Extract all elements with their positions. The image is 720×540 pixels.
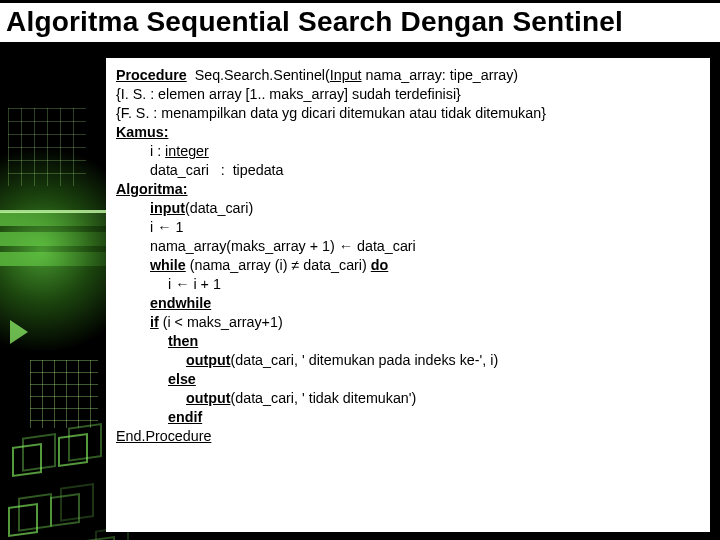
code-line: Kamus: <box>116 123 700 142</box>
slide-title-bar: Algoritma Sequential Search Dengan Senti… <box>0 0 720 45</box>
code-line: End.Procedure <box>116 427 700 446</box>
cube-icon <box>12 443 42 477</box>
grid-pattern <box>30 360 98 428</box>
code-line: Algoritma: <box>116 180 700 199</box>
code-line: else <box>116 370 700 389</box>
code-line: nama_array(maks_array + 1) ← data_cari <box>116 237 700 256</box>
decor-bar <box>0 252 120 266</box>
code-line: endif <box>116 408 700 427</box>
code-line: while (nama_array (i) ≠ data_cari) do <box>116 256 700 275</box>
code-line: i : integer <box>116 142 700 161</box>
code-line: i ← 1 <box>116 218 700 237</box>
pseudocode-panel: Procedure Seq.Search.Sentinel(Input nama… <box>106 58 710 532</box>
decor-bar <box>0 232 120 246</box>
background-decoration <box>0 40 120 540</box>
cube-icon <box>58 433 88 467</box>
code-line: {F. S. : menampilkan data yg dicari dite… <box>116 104 700 123</box>
code-line: Procedure Seq.Search.Sentinel(Input nama… <box>116 66 700 85</box>
code-line: output(data_cari, ' tidak ditemukan') <box>116 389 700 408</box>
slide-title: Algoritma Sequential Search Dengan Senti… <box>6 6 712 38</box>
code-line: i ← i + 1 <box>116 275 700 294</box>
code-line: if (i < maks_array+1) <box>116 313 700 332</box>
grid-pattern <box>8 108 86 186</box>
cube-icon <box>8 503 38 537</box>
code-line: {I. S. : elemen array [1.. maks_array] s… <box>116 85 700 104</box>
code-line: then <box>116 332 700 351</box>
code-line: endwhile <box>116 294 700 313</box>
code-line: input(data_cari) <box>116 199 700 218</box>
cube-icon <box>50 493 80 527</box>
decor-bar <box>0 212 120 226</box>
code-line: data_cari : tipedata <box>116 161 700 180</box>
cube-icon <box>85 536 115 540</box>
code-line: output(data_cari, ' ditemukan pada indek… <box>116 351 700 370</box>
arrow-icon <box>10 320 28 344</box>
